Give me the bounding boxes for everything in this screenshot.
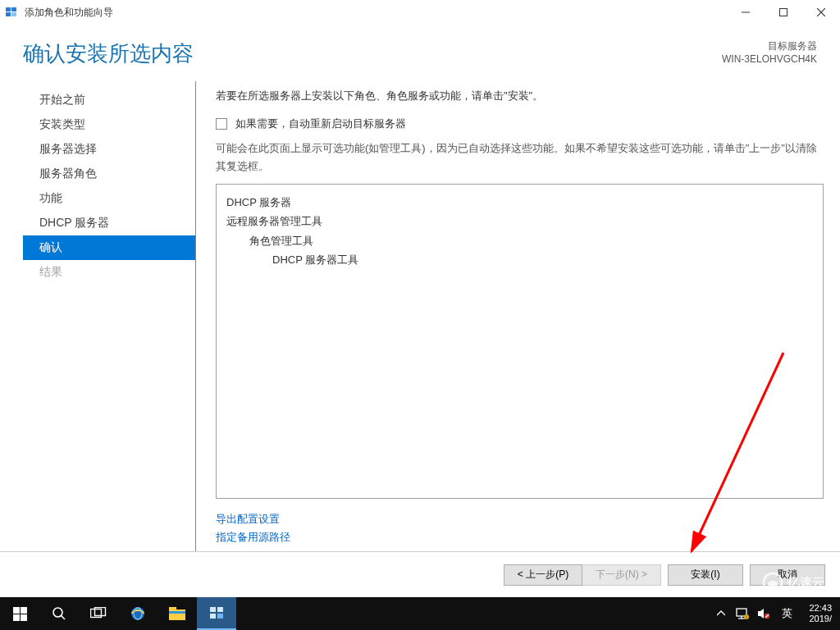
nav-step[interactable]: 服务器角色 [23, 162, 195, 186]
svg-rect-25 [217, 614, 223, 619]
taskbar-clock[interactable]: 22:43 2019/ [801, 597, 840, 630]
nav-step[interactable]: 开始之前 [23, 88, 195, 112]
selection-item: DHCP 服务器工具 [226, 250, 813, 269]
taskbar-explorer-icon[interactable] [158, 597, 197, 630]
search-button[interactable] [39, 597, 79, 630]
selections-list[interactable]: DHCP 服务器远程服务器管理工具角色管理工具DHCP 服务器工具 [216, 184, 824, 499]
wizard-nav: 开始之前安装类型服务器选择服务器角色功能DHCP 服务器确认结果 [23, 81, 195, 551]
optional-features-note: 可能会在此页面上显示可选功能(如管理工具)，因为已自动选择这些功能。如果不希望安… [216, 139, 824, 176]
svg-rect-5 [780, 9, 788, 16]
selection-item: 角色管理工具 [226, 231, 813, 250]
svg-line-14 [62, 616, 66, 620]
wizard-window: 添加角色和功能向导 确认安装所选内容 目标服务器 WIN-3ELOHVGCH4K… [0, 0, 840, 597]
minimize-button[interactable] [727, 0, 765, 25]
tray-network-icon[interactable]: ! [734, 607, 751, 620]
svg-rect-11 [13, 614, 20, 621]
titlebar: 添加角色和功能向导 [0, 0, 840, 25]
svg-rect-21 [169, 611, 185, 614]
config-links: 导出配置设置 指定备用源路径 [216, 510, 824, 546]
next-button: 下一步(N) > [582, 564, 661, 586]
target-server-label: 目标服务器 [722, 39, 817, 53]
footer: < 上一步(P) 下一步(N) > 安装(I) 取消 [0, 551, 840, 597]
svg-rect-22 [210, 607, 216, 612]
taskbar: ! 英 22:43 2019/ [0, 597, 840, 630]
selection-item: DHCP 服务器 [226, 193, 813, 212]
svg-text:亿速云: 亿速云 [787, 575, 824, 589]
nav-step[interactable]: 服务器选择 [23, 137, 195, 162]
clock-time: 22:43 [809, 603, 832, 614]
svg-rect-24 [210, 614, 216, 619]
page-title: 确认安装所选内容 [23, 39, 194, 68]
ime-indicator[interactable]: 英 [777, 606, 797, 621]
nav-step[interactable]: 功能 [23, 186, 195, 211]
svg-text:!: ! [746, 614, 747, 619]
svg-point-13 [53, 608, 62, 617]
svg-rect-1 [11, 7, 16, 11]
install-button[interactable]: 安装(I) [668, 564, 743, 586]
svg-rect-23 [217, 607, 223, 612]
nav-step[interactable]: DHCP 服务器 [23, 211, 195, 235]
svg-rect-0 [6, 7, 11, 11]
auto-restart-row[interactable]: 如果需要，自动重新启动目标服务器 [216, 116, 824, 131]
auto-restart-checkbox[interactable] [216, 118, 227, 130]
alt-source-link[interactable]: 指定备用源路径 [216, 528, 824, 546]
clock-date: 2019/ [809, 614, 832, 624]
nav-step: 结果 [23, 260, 195, 285]
nav-step[interactable]: 安装类型 [23, 112, 195, 137]
svg-rect-10 [21, 607, 27, 614]
tray-volume-icon[interactable] [756, 607, 772, 620]
auto-restart-label: 如果需要，自动重新启动目标服务器 [235, 116, 406, 131]
svg-rect-3 [11, 12, 16, 16]
export-config-link[interactable]: 导出配置设置 [216, 510, 824, 528]
system-tray: ! 英 [710, 597, 801, 630]
nav-button-group: < 上一步(P) 下一步(N) > [504, 564, 661, 586]
close-button[interactable] [802, 0, 840, 25]
maximize-button[interactable] [765, 0, 802, 25]
taskbar-spacer [236, 597, 710, 630]
svg-rect-2 [6, 12, 11, 16]
previous-button[interactable]: < 上一步(P) [504, 564, 582, 586]
taskbar-server-manager-icon[interactable] [197, 597, 236, 630]
nav-step[interactable]: 确认 [23, 235, 195, 260]
target-server-info: 目标服务器 WIN-3ELOHVGCH4K [722, 39, 817, 65]
body: 开始之前安装类型服务器选择服务器角色功能DHCP 服务器确认结果 若要在所选服务… [0, 73, 840, 551]
instruction-text: 若要在所选服务器上安装以下角色、角色服务或功能，请单击"安装"。 [216, 88, 824, 105]
start-button[interactable] [0, 597, 39, 630]
selection-item: 远程服务器管理工具 [226, 212, 813, 231]
tray-chevron-up-icon[interactable] [713, 610, 729, 617]
taskbar-ie-icon[interactable] [118, 597, 158, 630]
watermark: 亿速云 [761, 571, 835, 594]
svg-rect-9 [13, 607, 20, 614]
target-server-name: WIN-3ELOHVGCH4K [722, 53, 817, 65]
svg-rect-12 [21, 614, 27, 621]
task-view-button[interactable] [79, 597, 118, 630]
header: 确认安装所选内容 目标服务器 WIN-3ELOHVGCH4K [0, 25, 840, 73]
window-title: 添加角色和功能向导 [25, 6, 727, 20]
svg-rect-20 [169, 607, 176, 611]
content-pane: 若要在所选服务器上安装以下角色、角色服务或功能，请单击"安装"。 如果需要，自动… [195, 81, 832, 551]
app-icon [5, 6, 18, 19]
window-controls [727, 0, 840, 25]
